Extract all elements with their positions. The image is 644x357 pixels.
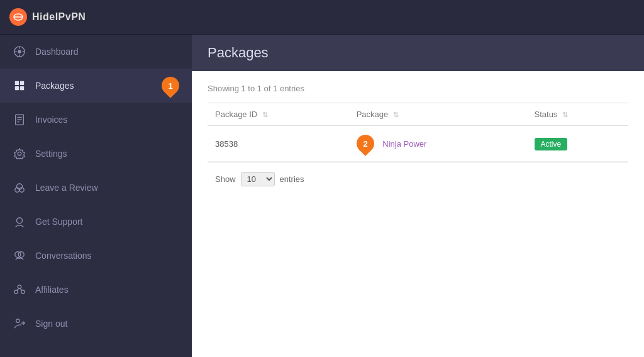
svg-point-16 xyxy=(18,152,21,155)
step-badge-icon: 2 xyxy=(353,131,378,156)
svg-rect-10 xyxy=(15,86,19,90)
sidebar-label-leave-review: Leave a Review xyxy=(35,183,98,193)
svg-rect-8 xyxy=(15,81,19,85)
sort-icon-id: ⇅ xyxy=(262,111,268,119)
app-header: HideIPvPN xyxy=(0,0,644,35)
package-name[interactable]: Ninja Power xyxy=(382,139,426,149)
svg-point-20 xyxy=(17,218,23,224)
entries-label: entries xyxy=(280,174,304,184)
packages-icon xyxy=(13,79,26,93)
sidebar-item-dashboard[interactable]: Dashboard xyxy=(0,35,192,69)
packages-badge: 1 xyxy=(158,73,183,98)
sidebar-label-invoices: Invoices xyxy=(35,115,67,125)
logo-icon xyxy=(9,8,27,26)
affiliates-icon xyxy=(13,283,26,297)
packages-table: Package ID ⇅ Package ⇅ Status ⇅ xyxy=(208,103,628,162)
sidebar-item-affiliates[interactable]: Affiliates xyxy=(0,273,192,307)
cell-status: Active xyxy=(527,126,628,162)
logo-area: HideIPvPN xyxy=(9,8,86,26)
col-header-package[interactable]: Package ⇅ xyxy=(349,103,527,126)
svg-point-3 xyxy=(18,50,21,53)
col-header-status[interactable]: Status ⇅ xyxy=(527,103,628,126)
table-container: Showing 1 to 1 of 1 entries Package ID ⇅… xyxy=(192,71,644,357)
review-icon xyxy=(13,181,26,195)
sidebar-item-conversations[interactable]: Conversations xyxy=(0,239,192,273)
sidebar-item-leave-review[interactable]: Leave a Review xyxy=(0,171,192,205)
sidebar-label-packages: Packages xyxy=(35,81,74,91)
svg-line-27 xyxy=(19,288,23,290)
svg-rect-11 xyxy=(20,86,24,90)
sidebar-item-invoices[interactable]: Invoices xyxy=(0,103,192,137)
sidebar-label-conversations: Conversations xyxy=(35,251,92,261)
sidebar-label-get-support: Get Support xyxy=(35,217,83,227)
sort-icon-package: ⇅ xyxy=(393,111,399,119)
table-info: Showing 1 to 1 of 1 entries xyxy=(208,84,628,93)
settings-icon xyxy=(13,147,26,161)
sidebar-label-sign-out: Sign out xyxy=(35,319,67,329)
svg-rect-9 xyxy=(20,81,24,85)
sidebar-item-sign-out[interactable]: Sign out xyxy=(0,307,192,341)
conversations-icon xyxy=(13,249,26,263)
svg-point-22 xyxy=(18,252,24,258)
logo-text: HideIPvPN xyxy=(32,11,86,23)
sidebar-label-affiliates: Affiliates xyxy=(35,285,69,295)
svg-point-25 xyxy=(21,290,25,293)
step-badge-2: 2 xyxy=(357,135,374,152)
content-area: Packages Showing 1 to 1 of 1 entries Pac… xyxy=(192,35,644,357)
svg-point-23 xyxy=(18,285,21,288)
sidebar-label-dashboard: Dashboard xyxy=(35,47,79,57)
status-badge: Active xyxy=(535,138,568,150)
sidebar-item-get-support[interactable]: Get Support xyxy=(0,205,192,239)
sidebar-item-settings[interactable]: Settings xyxy=(0,137,192,171)
col-header-package-id[interactable]: Package ID ⇅ xyxy=(208,103,349,126)
main-layout: Dashboard Packages 1 xyxy=(0,35,644,357)
entries-select[interactable]: 10 25 50 100 xyxy=(241,172,275,186)
invoices-icon xyxy=(13,113,26,127)
sidebar-label-settings: Settings xyxy=(35,149,67,159)
cell-package-name: 2 Ninja Power xyxy=(349,126,527,162)
table-footer: Show 10 25 50 100 entries xyxy=(208,162,628,196)
page-title: Packages xyxy=(208,45,628,61)
content-header: Packages xyxy=(192,35,644,71)
sidebar-item-packages[interactable]: Packages 1 xyxy=(0,69,192,103)
dashboard-icon xyxy=(13,45,26,59)
signout-icon xyxy=(13,317,26,331)
sidebar: Dashboard Packages 1 xyxy=(0,35,192,357)
sort-icon-status: ⇅ xyxy=(562,111,568,119)
svg-point-24 xyxy=(14,290,18,293)
svg-line-26 xyxy=(16,288,19,290)
content-body: Showing 1 to 1 of 1 entries Package ID ⇅… xyxy=(192,71,644,357)
show-label: Show xyxy=(215,174,236,184)
cell-package-id: 38538 xyxy=(208,126,349,162)
table-row: 38538 2 Ninja Power Active xyxy=(208,126,628,162)
support-icon xyxy=(13,215,26,229)
svg-point-28 xyxy=(16,319,19,322)
